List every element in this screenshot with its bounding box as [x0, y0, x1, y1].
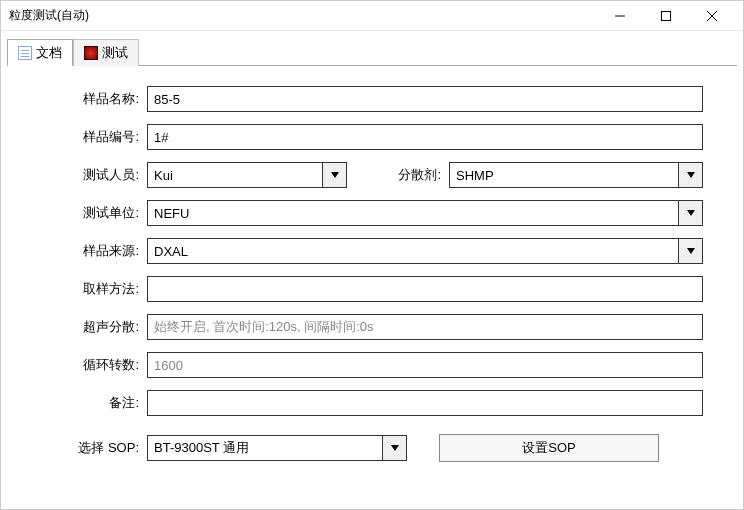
label-test-unit: 测试单位: [41, 204, 141, 222]
tab-test[interactable]: 测试 [73, 39, 139, 66]
dispersant-value: SHMP [456, 168, 494, 183]
label-sample-source: 样品来源: [41, 242, 141, 260]
cycle-speed-readonly: 1600 [147, 352, 703, 378]
app-window: 粒度测试(自动) 文档 测试 样品名称: 样品编号: 测试人员: [0, 0, 744, 510]
label-remark: 备注: [41, 394, 141, 412]
tester-select[interactable]: Kui [147, 162, 347, 188]
window-title: 粒度测试(自动) [9, 7, 597, 24]
label-cycle-speed: 循环转数: [41, 356, 141, 374]
tester-value: Kui [154, 168, 173, 183]
sample-name-input[interactable] [147, 86, 703, 112]
test-unit-select[interactable]: NEFU [147, 200, 703, 226]
sample-no-input[interactable] [147, 124, 703, 150]
maximize-button[interactable] [643, 1, 689, 31]
sop-select[interactable]: BT-9300ST 通用 [147, 435, 407, 461]
document-icon [18, 46, 32, 60]
chevron-down-icon [322, 163, 346, 187]
label-sample-name: 样品名称: [41, 90, 141, 108]
tab-doc-label: 文档 [36, 44, 62, 62]
chevron-down-icon [678, 239, 702, 263]
label-sampling-method: 取样方法: [41, 280, 141, 298]
label-tester: 测试人员: [41, 166, 141, 184]
ultrasonic-readonly: 始终开启, 首次时间:120s, 间隔时间:0s [147, 314, 703, 340]
tab-document[interactable]: 文档 [7, 39, 73, 66]
label-sample-no: 样品编号: [41, 128, 141, 146]
minimize-button[interactable] [597, 1, 643, 31]
chevron-down-icon [382, 436, 406, 460]
titlebar: 粒度测试(自动) [1, 1, 743, 31]
sop-value: BT-9300ST 通用 [154, 439, 249, 457]
form-area: 样品名称: 样品编号: 测试人员: Kui 分散剂: SHMP 测试单位: NE… [1, 66, 743, 484]
sampling-method-input[interactable] [147, 276, 703, 302]
chevron-down-icon [678, 201, 702, 225]
tab-test-label: 测试 [102, 44, 128, 62]
test-icon [84, 46, 98, 60]
tabstrip: 文档 测试 [1, 31, 743, 65]
close-button[interactable] [689, 1, 735, 31]
set-sop-button[interactable]: 设置SOP [439, 434, 659, 462]
window-buttons [597, 1, 735, 31]
remark-input[interactable] [147, 390, 703, 416]
test-unit-value: NEFU [154, 206, 189, 221]
chevron-down-icon [678, 163, 702, 187]
sample-source-select[interactable]: DXAL [147, 238, 703, 264]
label-dispersant: 分散剂: [383, 166, 443, 184]
set-sop-label: 设置SOP [522, 439, 575, 457]
label-ultrasonic: 超声分散: [41, 318, 141, 336]
label-select-sop: 选择 SOP: [41, 439, 141, 457]
dispersant-select[interactable]: SHMP [449, 162, 703, 188]
svg-rect-1 [662, 11, 671, 20]
sample-source-value: DXAL [154, 244, 188, 259]
